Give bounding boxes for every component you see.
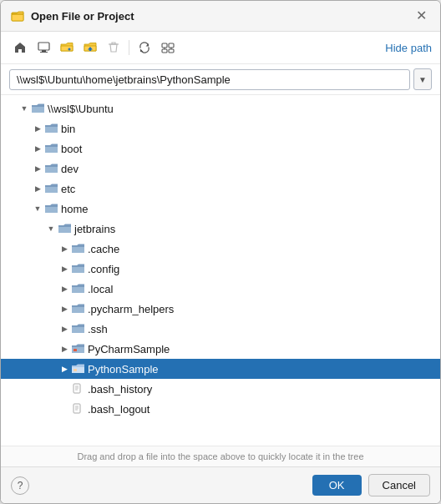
expand-arrow-icon[interactable]: ▶: [58, 305, 71, 313]
tree-row[interactable]: ▶ .bash_logout: [1, 399, 440, 419]
expand-arrow-icon[interactable]: ▶: [58, 365, 71, 373]
delete-icon: [108, 42, 119, 53]
tree-row[interactable]: ▶ etc: [1, 179, 440, 199]
tree-row[interactable]: ▼ home: [1, 199, 440, 219]
tree-row[interactable]: ▶ PyCharmSample: [1, 339, 440, 359]
folder-up-button[interactable]: [79, 37, 101, 58]
tree-item-label: PyCharmSample: [88, 343, 170, 355]
close-button[interactable]: ✕: [413, 8, 430, 24]
expand-arrow-icon[interactable]: ▶: [31, 124, 44, 133]
path-dropdown-button[interactable]: ▼: [413, 68, 432, 90]
svg-rect-2: [38, 43, 49, 50]
dropdown-arrow-icon: ▼: [418, 75, 427, 84]
svg-rect-4: [40, 52, 48, 53]
dialog-title: Open File or Project: [31, 10, 406, 23]
new-folder-button[interactable]: [56, 37, 78, 58]
tree-item-label: .ssh: [88, 323, 108, 335]
tree-item-label: PythonSample: [88, 363, 159, 375]
new-folder-icon: [60, 42, 74, 53]
expand-arrow-icon[interactable]: ▼: [44, 224, 58, 233]
expand-arrow-icon[interactable]: ▶: [58, 285, 71, 293]
tree-item-label: home: [61, 203, 89, 215]
cancel-button[interactable]: Cancel: [368, 474, 430, 496]
path-input[interactable]: [9, 69, 410, 90]
svg-rect-18: [74, 369, 77, 371]
svg-marker-10: [140, 49, 144, 53]
footer: ? OK Cancel: [1, 466, 440, 503]
expand-arrow-icon[interactable]: ▶: [58, 325, 71, 333]
open-file-dialog: Open File or Project ✕: [0, 0, 441, 504]
tree-row[interactable]: ▶ bin: [1, 118, 440, 139]
svg-rect-17: [74, 349, 77, 351]
folder-icon: [71, 242, 84, 255]
tree-row[interactable]: ▼ \\wsl$\Ubuntu: [1, 98, 440, 118]
folder-icon: [31, 102, 44, 115]
tree-item-label: .cache: [88, 243, 119, 255]
file-tree: ▼ \\wsl$\Ubuntu ▶ bin ▶ boot: [1, 95, 440, 446]
title-bar: Open File or Project ✕: [1, 1, 440, 32]
refresh-button[interactable]: [134, 37, 155, 58]
expand-arrow-icon[interactable]: ▼: [18, 104, 31, 113]
expand-arrow-icon[interactable]: ▶: [31, 144, 44, 153]
tree-row[interactable]: ▶ .config: [1, 259, 440, 279]
desktop-button[interactable]: [33, 37, 54, 58]
dialog-icon: [11, 9, 24, 23]
expand-arrow-icon[interactable]: ▼: [31, 204, 44, 213]
tree-item-label: etc: [61, 183, 75, 195]
folder-icon: [71, 262, 84, 275]
tree-item-label: .pycharm_helpers: [88, 303, 174, 315]
tree-row[interactable]: ▶ .local: [1, 279, 440, 299]
svg-rect-13: [162, 49, 167, 53]
folder-icon: [44, 202, 58, 215]
toolbar: Hide path: [1, 32, 440, 64]
tree-row[interactable]: ▶ .bash_history: [1, 379, 440, 399]
tree-item-label: .config: [88, 263, 119, 275]
tree-row-selected[interactable]: ▶ PythonSample: [1, 359, 440, 379]
tree-item-label: dev: [61, 163, 79, 175]
help-button[interactable]: ?: [11, 476, 29, 495]
folder-icon: [44, 142, 58, 155]
folder-icon: [71, 322, 84, 335]
tree-row[interactable]: ▶ .ssh: [1, 319, 440, 339]
tree-item-label: \\wsl$\Ubuntu: [48, 103, 114, 115]
expand-arrow-icon[interactable]: ▶: [31, 184, 44, 193]
tree-row[interactable]: ▼ jetbrains: [1, 219, 440, 239]
svg-rect-12: [169, 43, 174, 48]
delete-button[interactable]: [103, 37, 124, 58]
folder-icon: [71, 302, 84, 315]
tree-item-label: .bash_logout: [88, 403, 150, 416]
hide-path-link[interactable]: Hide path: [385, 42, 432, 54]
drag-hint-text: Drag and drop a file into the space abov…: [77, 451, 363, 461]
help-icon: ?: [18, 480, 23, 491]
tree-row[interactable]: ▶ .pycharm_helpers: [1, 299, 440, 319]
folder-icon: [44, 182, 58, 195]
tree-row[interactable]: ▶ boot: [1, 139, 440, 159]
expand-arrow-icon[interactable]: ▶: [31, 164, 44, 173]
expand-arrow-icon[interactable]: ▶: [58, 265, 71, 273]
svg-rect-14: [169, 49, 174, 53]
file-icon: [71, 382, 84, 396]
svg-rect-1: [12, 14, 23, 21]
folder-icon: [58, 222, 71, 235]
tree-item-label: boot: [61, 143, 82, 155]
toolbar-separator-1: [129, 40, 129, 55]
desktop-icon: [38, 42, 50, 53]
tree-row[interactable]: ▶ .cache: [1, 239, 440, 259]
home-icon: [14, 42, 26, 53]
expand-arrow-icon[interactable]: ▶: [58, 244, 71, 253]
link-icon: [161, 42, 175, 53]
folder-icon: [71, 342, 84, 355]
expand-arrow-icon[interactable]: ▶: [58, 345, 71, 353]
svg-rect-3: [42, 50, 46, 52]
tree-item-label: .local: [88, 283, 113, 295]
file-icon: [71, 402, 84, 416]
ok-button[interactable]: OK: [312, 475, 362, 496]
folder-icon: [71, 362, 84, 375]
home-button[interactable]: [9, 37, 31, 58]
link-button[interactable]: [157, 37, 179, 58]
folder-icon: [71, 282, 84, 295]
tree-row[interactable]: ▶ dev: [1, 159, 440, 179]
svg-rect-11: [162, 43, 167, 48]
refresh-icon: [139, 42, 150, 53]
folder-up-icon: [84, 42, 97, 53]
